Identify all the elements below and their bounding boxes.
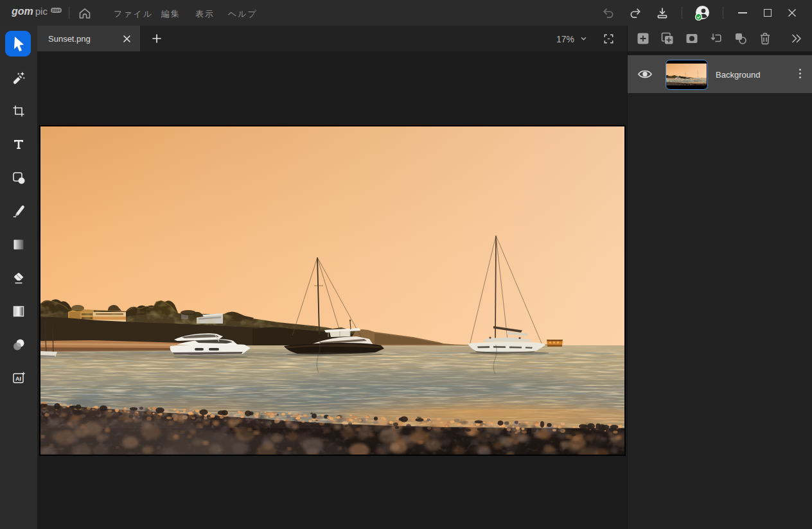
svg-text:AI: AI [15,376,21,382]
